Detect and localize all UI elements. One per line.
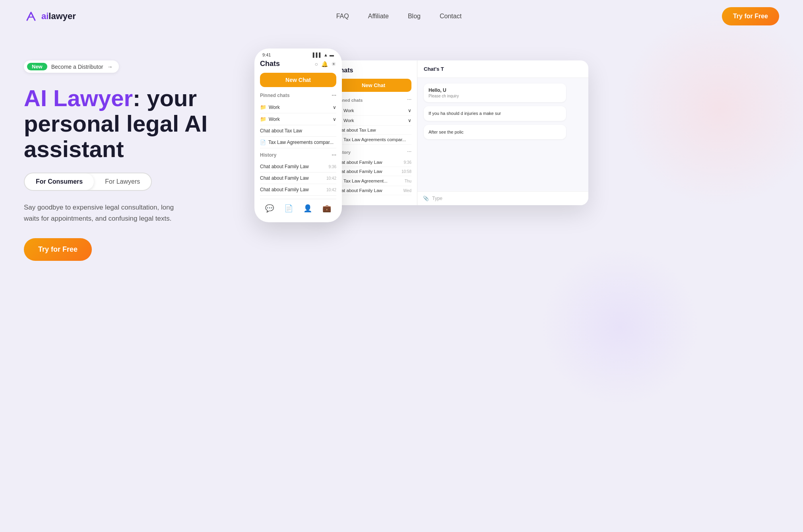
chat-about-tax: Chat about Tax Law bbox=[260, 128, 302, 134]
desktop-history-header: History ⋯ bbox=[336, 150, 411, 155]
chat-bubble-greeting: Hello, U Please ch inquiry bbox=[424, 83, 566, 102]
bell-icon: 🔔 bbox=[321, 61, 328, 67]
list-item: Chat about Family Law 10:42 bbox=[260, 184, 336, 196]
phone-pinned-label: Pinned chats ⋯ bbox=[260, 93, 336, 98]
nav-affiliate[interactable]: Affiliate bbox=[368, 13, 389, 19]
signal-icon: ▌▌▌ bbox=[313, 52, 322, 57]
list-item: Chat about Family Law 9:36 bbox=[260, 161, 336, 173]
folder-icon: 📁 bbox=[260, 116, 266, 122]
chevron-down-icon: ∨ bbox=[408, 118, 411, 123]
desktop-chats-panel: Chats New Chat Pinned chats ⋯ 📁Work ∨ 📁W… bbox=[330, 60, 417, 205]
tax-law-agreements: Tax Law Agreements compar... bbox=[268, 140, 334, 145]
history-time-2: 10:42 bbox=[326, 176, 336, 181]
phone-bottom-nav: 💬 📄 👤 💼 bbox=[260, 199, 336, 216]
desktop-chat-window: Chat's T Hello, U Please ch inquiry If y… bbox=[417, 60, 588, 205]
briefcase-nav-icon[interactable]: 💼 bbox=[322, 204, 331, 213]
history-time-3: 10:42 bbox=[326, 188, 336, 192]
desktop-chat-input-area: 📎 Type bbox=[417, 191, 588, 205]
list-item: Chat about Tax Law bbox=[260, 125, 336, 137]
list-item: 📁Work ∨ bbox=[260, 101, 336, 113]
try-free-hero-button[interactable]: Try for Free bbox=[24, 238, 92, 261]
desktop-pinned-header: Pinned chats ⋯ bbox=[336, 97, 411, 103]
bg-decoration-1 bbox=[620, 9, 803, 208]
desktop-mockup: 🌐 💬 ☁ New 👤 🕐 🔔 ⚙ Chats New Chat Pinned … bbox=[310, 60, 588, 205]
list-item: Chat about Tax Law bbox=[336, 126, 411, 135]
phone-status-bar: 9:41 ▌▌▌ ▲ ▬ bbox=[254, 49, 342, 60]
list-item: Chat about Family Law 9:36 bbox=[336, 158, 411, 167]
list-item: 📄Tax Law Agreement... Thu bbox=[336, 176, 411, 186]
phone-time: 9:41 bbox=[262, 52, 271, 57]
chat-nav-icon[interactable]: 💬 bbox=[265, 204, 274, 213]
wifi-icon: ▲ bbox=[324, 52, 328, 57]
desktop-panel-title: Chats bbox=[336, 67, 411, 74]
list-item: Chat about Family Law 10:42 bbox=[260, 173, 336, 184]
new-label: New bbox=[27, 63, 47, 70]
distributor-badge[interactable]: New Become a Distributor → bbox=[24, 60, 119, 73]
bg-decoration-2 bbox=[541, 247, 700, 406]
docs-nav-icon[interactable]: 📄 bbox=[284, 204, 293, 213]
phone-chats-title: Chats bbox=[260, 60, 280, 68]
chevron-down-icon: ∨ bbox=[333, 116, 336, 122]
desktop-chat-body: Hello, U Please ch inquiry If you ha sho… bbox=[417, 78, 588, 191]
phone-mockup: 9:41 ▌▌▌ ▲ ▬ Chats ○ 🔔 ☀ New Chat bbox=[254, 49, 342, 222]
consumers-toggle-button[interactable]: For Consumers bbox=[25, 173, 94, 190]
pinned-dots-icon: ⋯ bbox=[407, 97, 411, 103]
folder-icon: 📁 bbox=[260, 104, 266, 110]
hero-left: New Become a Distributor → AI Lawyer: yo… bbox=[24, 49, 231, 261]
phone-header-icons: ○ 🔔 ☀ bbox=[315, 61, 336, 67]
list-item: 📄Tax Law Agreements compar... bbox=[336, 135, 411, 145]
phone-history-label: History ⋯ bbox=[260, 152, 336, 158]
hero-title-purple: AI Lawyer bbox=[24, 85, 133, 111]
lawyers-toggle-button[interactable]: For Lawyers bbox=[94, 173, 151, 190]
chevron-down-icon: ∨ bbox=[408, 108, 411, 113]
history-item-3: Chat about Family Law bbox=[260, 187, 309, 192]
clock-icon: ○ bbox=[315, 61, 318, 67]
hero-section: New Become a Distributor → AI Lawyer: yo… bbox=[0, 33, 803, 359]
chat-bubble-response-1: If you ha should d injuries a make sur bbox=[424, 106, 566, 121]
logo[interactable]: ailawyer bbox=[24, 9, 76, 23]
try-free-nav-button[interactable]: Try for Free bbox=[722, 7, 779, 25]
chevron-down-icon: ∨ bbox=[333, 105, 336, 110]
list-item: 📄Tax Law Agreements compar... bbox=[260, 137, 336, 148]
history-dots-icon: ⋯ bbox=[407, 150, 411, 155]
phone-new-chat-button[interactable]: New Chat bbox=[260, 73, 336, 87]
list-item: 📁Work ∨ bbox=[336, 116, 411, 126]
chat-bubble-response-2: After see the polic bbox=[424, 125, 566, 140]
list-item: Chat about Family Law 10:58 bbox=[336, 167, 411, 176]
nav-contact[interactable]: Contact bbox=[440, 13, 462, 19]
list-item: Chat about Family Law Wed bbox=[336, 186, 411, 195]
history-item-1: Chat about Family Law bbox=[260, 164, 309, 169]
pinned-work-1: Work bbox=[269, 105, 280, 110]
paperclip-icon: 📎 bbox=[423, 196, 429, 201]
hero-subtitle: Say goodbye to expensive legal consultat… bbox=[24, 202, 191, 223]
navbar: ailawyer FAQ Affiliate Blog Contact Try … bbox=[0, 0, 803, 33]
audience-toggle: For Consumers For Lawyers bbox=[24, 173, 152, 191]
profile-nav-icon[interactable]: 👤 bbox=[303, 204, 312, 213]
nav-blog[interactable]: Blog bbox=[408, 13, 421, 19]
sun-icon: ☀ bbox=[331, 61, 336, 67]
desktop-chat-header: Chat's T bbox=[417, 60, 588, 78]
list-item: 📁Work ∨ bbox=[260, 113, 336, 125]
hero-title: AI Lawyer: your personal legal AI assist… bbox=[24, 85, 231, 161]
logo-text: ailawyer bbox=[41, 11, 76, 21]
badge-arrow-icon: → bbox=[107, 64, 112, 70]
desktop-new-chat-button[interactable]: New Chat bbox=[336, 79, 411, 92]
nav-links: FAQ Affiliate Blog Contact bbox=[336, 13, 462, 20]
history-more-icon: ⋯ bbox=[332, 152, 336, 158]
file-icon: 📄 bbox=[260, 140, 266, 145]
nav-faq[interactable]: FAQ bbox=[336, 13, 349, 19]
phone-status-icons: ▌▌▌ ▲ ▬ bbox=[313, 52, 334, 57]
history-time-1: 9:36 bbox=[329, 165, 336, 169]
phone-content: Chats ○ 🔔 ☀ New Chat Pinned chats ⋯ 📁Wor… bbox=[254, 60, 342, 222]
badge-text: Become a Distributor bbox=[51, 64, 103, 70]
pinned-more-icon: ⋯ bbox=[332, 93, 336, 98]
pinned-work-2: Work bbox=[269, 116, 280, 122]
type-placeholder[interactable]: Type bbox=[432, 196, 583, 201]
list-item: 📁Work ∨ bbox=[336, 106, 411, 116]
hero-right: 9:41 ▌▌▌ ▲ ▬ Chats ○ 🔔 ☀ New Chat bbox=[231, 49, 779, 327]
battery-icon: ▬ bbox=[330, 52, 334, 57]
history-item-2: Chat about Family Law bbox=[260, 175, 309, 181]
phone-chats-header: Chats ○ 🔔 ☀ bbox=[260, 60, 336, 68]
